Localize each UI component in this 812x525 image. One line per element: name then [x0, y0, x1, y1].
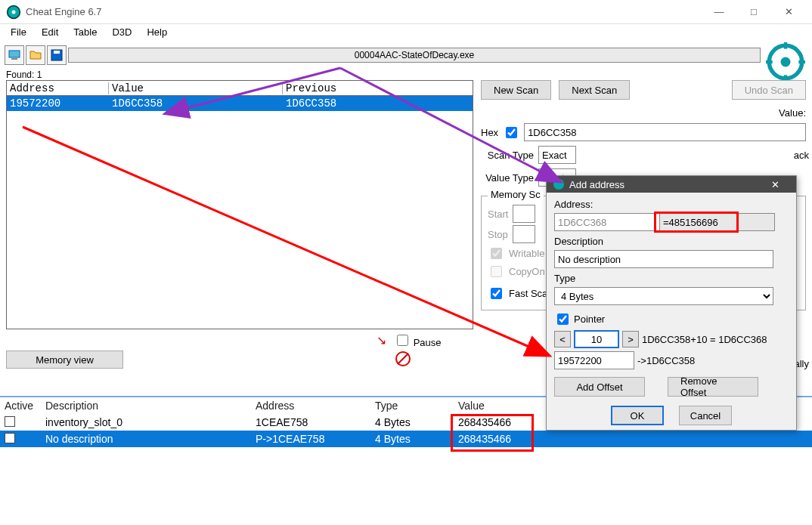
- cell-description: inventory_slot_0: [41, 416, 251, 428]
- scan-type-label: Scan Type: [481, 150, 534, 161]
- remove-offset-button[interactable]: Remove Offset: [668, 377, 758, 397]
- undo-scan-button[interactable]: Undo Scan: [732, 80, 806, 100]
- close-button[interactable]: ✕: [771, 0, 806, 23]
- window-title: Cheat Engine 6.7: [26, 6, 101, 17]
- dialog-close-button[interactable]: ✕: [760, 179, 790, 190]
- svg-point-11: [781, 57, 791, 67]
- scan-result-row[interactable]: 19572200 1D6CC358 1D6CC358: [7, 96, 473, 111]
- select-process-button[interactable]: [5, 45, 24, 65]
- pointer-label: Pointer: [574, 313, 605, 325]
- hex-checkbox[interactable]: [506, 127, 517, 138]
- col-value[interactable]: Value: [109, 82, 283, 94]
- fragment-ack: ack: [794, 150, 809, 161]
- menu-edit[interactable]: Edit: [34, 24, 66, 42]
- scan-results-table[interactable]: Address Value Previous 19572200 1D6CC358…: [6, 80, 473, 329]
- menu-bar: File Edit Table D3D Help: [0, 24, 812, 42]
- svg-point-12: [553, 179, 564, 190]
- menu-d3d[interactable]: D3D: [104, 24, 139, 42]
- computer-icon: [8, 48, 21, 62]
- svg-rect-9: [766, 60, 773, 63]
- writable-checkbox[interactable]: [491, 248, 502, 259]
- type-select[interactable]: 4 Bytes: [554, 287, 773, 305]
- cell-description: No description: [41, 433, 251, 445]
- cell-previous: 1D6CC358: [283, 97, 473, 110]
- add-offset-button[interactable]: Add Offset: [554, 377, 645, 397]
- folder-open-icon: [29, 48, 42, 62]
- svg-rect-10: [798, 60, 805, 63]
- dialog-titlebar[interactable]: Add address ✕: [547, 176, 796, 193]
- value-label: Value:: [779, 107, 806, 119]
- pointer-resolved: ->1D6CC358: [637, 355, 695, 366]
- scan-type-select[interactable]: [538, 146, 576, 164]
- ok-button[interactable]: OK: [611, 406, 664, 425]
- menu-table[interactable]: Table: [66, 24, 104, 42]
- start-label: Start: [488, 208, 508, 220]
- offset-next-button[interactable]: >: [622, 331, 639, 347]
- description-input[interactable]: [554, 250, 773, 268]
- col-previous[interactable]: Previous: [283, 82, 473, 94]
- col-active[interactable]: Active: [0, 400, 41, 412]
- memory-scan-group-title: Memory Sc: [488, 189, 544, 200]
- col-type[interactable]: Type: [370, 400, 454, 412]
- col-address[interactable]: Address: [7, 82, 109, 94]
- address-input[interactable]: [554, 213, 660, 231]
- maximize-button[interactable]: □: [736, 0, 771, 23]
- fast-scan-checkbox[interactable]: [491, 288, 502, 299]
- found-count: Found: 1: [6, 69, 806, 80]
- process-display[interactable]: 00004AAC-StateOfDecay.exe: [68, 48, 761, 63]
- cancel-button[interactable]: Cancel: [679, 406, 732, 425]
- copyonwrite-checkbox[interactable]: [491, 266, 502, 277]
- add-to-list-icon[interactable]: ↘: [377, 333, 386, 347]
- address-row[interactable]: No description P->1CEAE758 4 Bytes 26843…: [0, 431, 812, 447]
- active-checkbox[interactable]: [5, 433, 15, 443]
- cell-address: 19572200: [7, 97, 109, 110]
- cell-address2: 1CEAE758: [251, 416, 370, 428]
- cell-type: 4 Bytes: [370, 433, 454, 445]
- cell-value: 1D6CC358: [109, 97, 283, 110]
- stop-input[interactable]: [513, 225, 535, 243]
- memory-view-button[interactable]: Memory view: [6, 351, 123, 369]
- type-label: Type: [554, 273, 789, 284]
- cell-type: 4 Bytes: [370, 416, 454, 428]
- new-scan-button[interactable]: New Scan: [481, 80, 551, 100]
- value-type-label: Value Type: [481, 172, 534, 184]
- next-scan-button[interactable]: Next Scan: [559, 80, 630, 100]
- save-button[interactable]: [47, 45, 67, 65]
- toolbar: 00004AAC-StateOfDecay.exe: [0, 42, 812, 68]
- offset-prev-button[interactable]: <: [554, 331, 571, 347]
- svg-rect-2: [9, 51, 20, 57]
- app-icon: [6, 5, 21, 20]
- scan-results-header: Address Value Previous: [7, 81, 473, 96]
- gear-icon: [766, 42, 805, 82]
- pointer-base-input[interactable]: [554, 351, 634, 369]
- col-address2[interactable]: Address: [251, 400, 370, 412]
- col-description[interactable]: Description: [41, 400, 251, 412]
- svg-rect-3: [11, 58, 17, 60]
- active-checkbox[interactable]: [5, 416, 15, 427]
- title-bar: Cheat Engine 6.7 — □ ✕: [0, 0, 812, 24]
- start-input[interactable]: [513, 205, 535, 223]
- svg-rect-5: [54, 51, 60, 54]
- dialog-title: Add address: [569, 179, 624, 190]
- minimize-button[interactable]: —: [702, 0, 736, 23]
- menu-file[interactable]: File: [3, 24, 34, 42]
- svg-point-1: [12, 10, 16, 14]
- process-name: 00004AAC-StateOfDecay.exe: [355, 50, 475, 60]
- value-input[interactable]: [524, 123, 806, 141]
- cancel-icon[interactable]: [395, 351, 411, 366]
- offset-expression: 1D6CC358+10 = 1D6CC368: [642, 334, 767, 345]
- pause-checkbox[interactable]: Pause: [394, 332, 442, 348]
- dialog-icon: [553, 178, 565, 190]
- open-button[interactable]: [26, 45, 45, 65]
- cell-address2: P->1CEAE758: [251, 433, 370, 445]
- menu-help[interactable]: Help: [139, 24, 175, 42]
- cell-value2: 268435466: [454, 433, 812, 445]
- address-decimal: =485156696: [660, 213, 775, 231]
- stop-label: Stop: [488, 229, 508, 240]
- floppy-icon: [50, 48, 64, 62]
- description-label: Description: [554, 236, 789, 247]
- svg-rect-7: [784, 42, 787, 49]
- add-address-dialog: Add address ✕ Address: =485156696 Descri…: [546, 175, 797, 431]
- offset-input[interactable]: [574, 330, 619, 348]
- pointer-checkbox[interactable]: [557, 313, 569, 325]
